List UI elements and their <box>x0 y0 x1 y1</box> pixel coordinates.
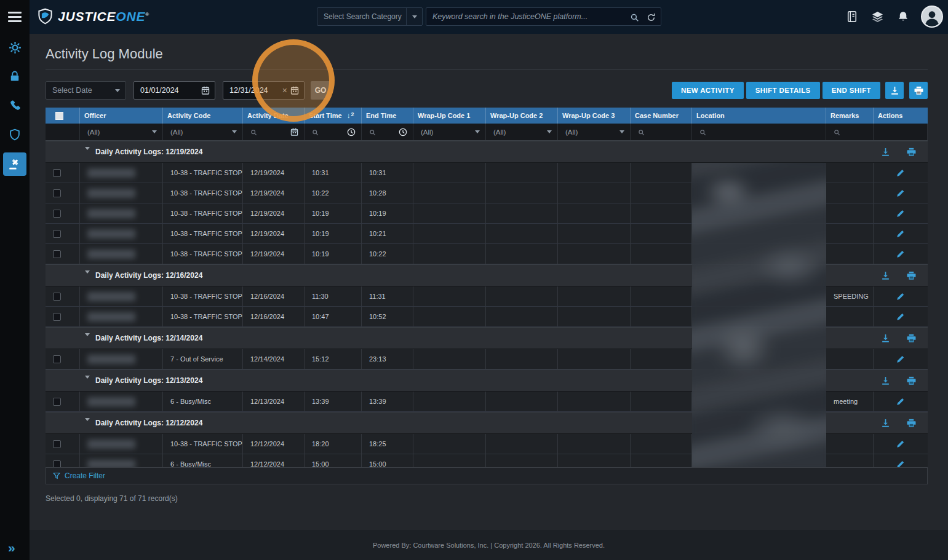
edit-pencil-icon[interactable] <box>896 397 905 406</box>
search-input[interactable] <box>426 7 661 26</box>
filter-wrapup-1-select[interactable]: (All) <box>413 124 486 140</box>
end-shift-button[interactable]: END SHIFT <box>823 82 880 99</box>
group-print-button[interactable] <box>907 419 916 428</box>
search-icon <box>312 128 319 135</box>
collapse-caret-icon[interactable] <box>85 418 90 421</box>
layers-icon[interactable] <box>871 10 884 23</box>
search-category-select[interactable]: Select Search Category <box>317 7 423 26</box>
clock-icon[interactable] <box>347 128 356 136</box>
filter-wrapup-2-select[interactable]: (All) <box>486 124 558 140</box>
select-all-checkbox[interactable] <box>55 112 63 120</box>
calendar-icon[interactable] <box>290 86 299 95</box>
group-print-button[interactable] <box>907 271 916 280</box>
row-checkbox[interactable] <box>53 210 61 218</box>
sidebar-item-security[interactable] <box>3 65 26 88</box>
sidebar-item-court[interactable] <box>3 152 26 176</box>
activity-row: 10-38 - TRAFFIC STOP12/19/202410:1910:22 <box>46 244 928 264</box>
user-avatar[interactable] <box>921 6 943 28</box>
sidebar-item-dispatch[interactable] <box>3 93 26 117</box>
sidebar: » <box>0 0 30 560</box>
case-number-cell <box>631 454 692 467</box>
filter-activity-code-select[interactable]: (All) <box>163 124 243 140</box>
col-header-activity-code[interactable]: Activity Code <box>163 108 243 124</box>
location-cell <box>692 434 826 454</box>
date-from-input[interactable]: 01/01/2024 <box>133 81 215 100</box>
menu-toggle-icon[interactable] <box>8 12 22 22</box>
calendar-icon[interactable] <box>290 128 298 136</box>
edit-pencil-icon[interactable] <box>896 209 905 218</box>
group-print-button[interactable] <box>907 148 916 157</box>
journal-icon[interactable] <box>846 10 858 23</box>
group-download-button[interactable] <box>881 419 890 428</box>
col-header-officer[interactable]: Officer <box>80 108 163 124</box>
sidebar-expand-button[interactable]: » <box>8 540 15 555</box>
col-header-wrapup-2[interactable]: Wrap-Up Code 2 <box>486 108 558 124</box>
notifications-bell-icon[interactable] <box>897 10 909 23</box>
col-header-wrapup-3[interactable]: Wrap-Up Code 3 <box>558 108 631 124</box>
clear-date-icon[interactable]: × <box>279 85 290 95</box>
end-time-cell: 18:25 <box>362 434 413 454</box>
edit-pencil-icon[interactable] <box>896 168 905 177</box>
filter-activity-date-input[interactable] <box>243 124 305 140</box>
row-checkbox[interactable] <box>53 189 61 197</box>
case-number-cell <box>631 392 692 411</box>
export-download-button[interactable] <box>885 82 904 99</box>
collapse-caret-icon[interactable] <box>85 270 90 274</box>
group-download-button[interactable] <box>881 334 890 343</box>
row-checkbox[interactable] <box>53 293 61 301</box>
go-button[interactable]: GO <box>311 81 330 100</box>
collapse-caret-icon[interactable] <box>85 333 90 336</box>
collapse-caret-icon[interactable] <box>85 147 90 150</box>
group-download-button[interactable] <box>881 148 890 157</box>
row-checkbox[interactable] <box>53 398 61 406</box>
edit-pencil-icon[interactable] <box>896 250 905 258</box>
group-print-button[interactable] <box>907 334 916 343</box>
filter-start-time-input[interactable] <box>305 124 362 140</box>
edit-pencil-icon[interactable] <box>896 355 905 363</box>
edit-pencil-icon[interactable] <box>896 229 905 238</box>
row-checkbox[interactable] <box>53 355 61 363</box>
sidebar-item-settings[interactable] <box>3 36 26 59</box>
date-preset-select[interactable]: Select Date <box>46 81 126 100</box>
edit-pencil-icon[interactable] <box>896 460 905 467</box>
sidebar-item-enforcement[interactable] <box>3 123 26 146</box>
filter-end-time-input[interactable] <box>362 124 413 140</box>
collapse-caret-icon[interactable] <box>85 376 90 379</box>
col-header-remarks[interactable]: Remarks <box>826 108 874 124</box>
group-download-button[interactable] <box>881 271 890 280</box>
filter-remarks-input[interactable] <box>826 124 874 140</box>
edit-pencil-icon[interactable] <box>896 312 905 321</box>
new-activity-button[interactable]: NEW ACTIVITY <box>672 82 744 99</box>
print-button[interactable] <box>909 82 928 99</box>
filter-location-input[interactable] <box>692 124 826 140</box>
col-header-end-time[interactable]: End Time <box>362 108 413 124</box>
col-header-location[interactable]: Location <box>692 108 826 124</box>
filter-wrapup-3-select[interactable]: (All) <box>558 124 631 140</box>
edit-pencil-icon[interactable] <box>896 189 905 197</box>
row-checkbox[interactable] <box>53 460 61 468</box>
shift-details-button[interactable]: SHIFT DETAILS <box>746 82 820 99</box>
col-header-case-number[interactable]: Case Number <box>631 108 692 124</box>
row-checkbox[interactable] <box>53 440 61 448</box>
refresh-icon[interactable] <box>647 12 656 23</box>
col-header-wrapup-1[interactable]: Wrap-Up Code 1 <box>413 108 486 124</box>
clock-icon[interactable] <box>399 128 407 136</box>
row-checkbox[interactable] <box>53 313 61 321</box>
col-header-start-time[interactable]: Start Time↓2 <box>305 108 362 124</box>
row-checkbox[interactable] <box>53 169 61 177</box>
group-download-button[interactable] <box>881 376 890 385</box>
row-checkbox[interactable] <box>53 250 61 258</box>
group-print-button[interactable] <box>907 376 916 385</box>
case-number-cell <box>631 224 692 243</box>
filter-case-number-input[interactable] <box>631 124 692 140</box>
row-checkbox[interactable] <box>53 230 61 238</box>
create-filter-button[interactable]: Create Filter <box>46 467 928 484</box>
edit-pencil-icon[interactable] <box>896 440 905 448</box>
calendar-icon[interactable] <box>201 86 210 95</box>
filter-officer-select[interactable]: (All) <box>80 124 163 140</box>
col-header-activity-date[interactable]: Activity Date <box>243 108 305 124</box>
edit-pencil-icon[interactable] <box>896 292 905 301</box>
date-to-input[interactable]: 12/31/2024 × <box>223 81 305 100</box>
activity-log-table: Officer Activity Code Activity Date Star… <box>46 108 928 467</box>
search-icon[interactable] <box>630 12 639 23</box>
